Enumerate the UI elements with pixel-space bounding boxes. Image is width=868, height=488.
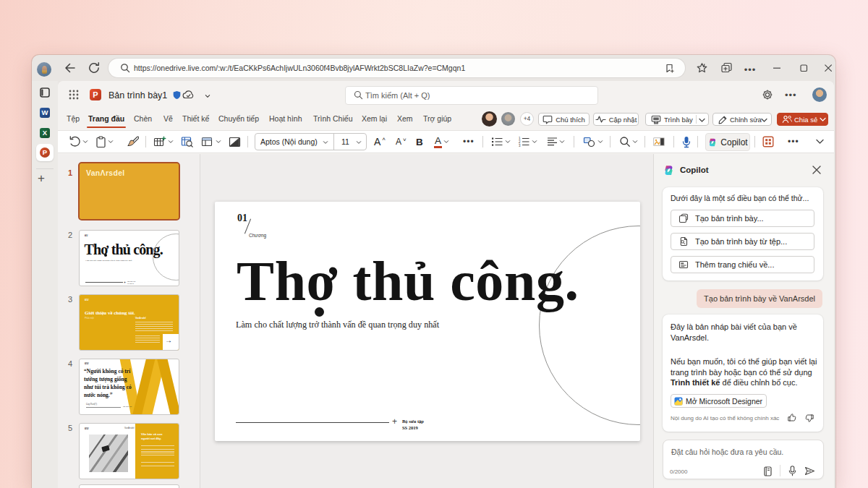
svg-text:3: 3 bbox=[519, 144, 521, 147]
